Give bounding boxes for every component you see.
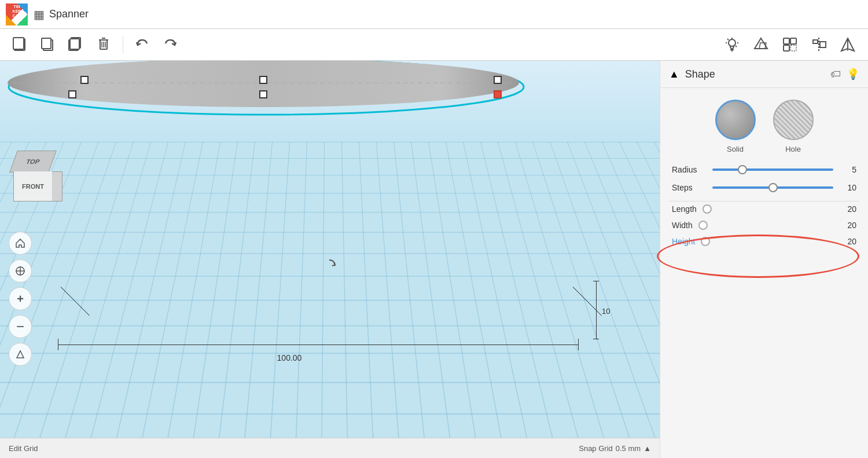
app-title-text: Spanner [49,8,89,20]
svg-rect-27 [813,40,818,43]
panel-spacer [660,255,868,458]
length-label: Length [672,204,697,214]
dim-line-h [58,345,579,345]
cube-front-label: FRONT [22,183,44,190]
svg-rect-28 [820,42,826,47]
snap-grid-value: 0.5 mm [616,444,641,453]
steps-slider[interactable] [712,186,833,189]
app-title: ▦ Spanner [34,8,89,21]
svg-rect-36 [81,76,88,83]
shapes-button[interactable] [749,33,773,56]
view-cube[interactable]: TOP FRONT [9,151,67,223]
duplicate-button[interactable] [64,33,87,56]
edit-grid-label: Edit Grid [9,444,38,453]
dim-label-width: 100.00 [277,353,302,362]
hole-circle[interactable] [773,100,814,140]
panel-header: ▲ Shape 🏷 💡 [660,61,868,88]
steps-row: Steps 10 [672,183,856,192]
grid-icon: ▦ [34,8,45,21]
nav-controls: + − [9,232,32,366]
toolbar-right [720,33,859,56]
home-nav-button[interactable] [9,232,32,255]
cube-side-face[interactable] [52,171,62,201]
hole-option[interactable]: Hole [773,100,814,153]
solid-circle[interactable] [715,100,756,140]
panel-info-icon[interactable]: 💡 [847,68,859,80]
cube-front-face[interactable]: FRONT [13,171,53,201]
redo-button[interactable] [159,33,182,56]
edit-grid-button[interactable]: Edit Grid [9,444,38,453]
canvas-area[interactable]: TOP FRONT [0,61,660,458]
logo-text-cad: CAD [6,14,28,18]
toolbar [0,29,868,61]
dim-label-height: 10 [602,307,610,316]
zoom-in-button[interactable]: + [9,287,32,310]
snap-grid-label: Snap Grid [579,444,613,453]
radius-label: Radius [672,165,707,174]
cube-top-label: TOP [25,158,41,165]
radius-thumb[interactable] [738,165,747,174]
light-button[interactable] [720,33,744,56]
snap-arrow-icon: ▲ [643,444,651,453]
dim-tick-bottom [593,339,599,339]
svg-line-19 [735,46,737,47]
logo-text-ker: KER [6,9,28,13]
bottom-bar: Edit Grid Snap Grid 0.5 mm ▲ [0,438,660,458]
shape-type-row: Solid Hole [660,88,868,162]
svg-rect-24 [784,45,789,51]
svg-rect-22 [784,38,789,44]
radius-slider[interactable] [712,168,833,171]
undo-button[interactable] [131,33,154,56]
view-button[interactable] [778,33,801,56]
solid-label: Solid [727,145,744,153]
svg-rect-1 [13,38,24,49]
shape-3d[interactable] [0,61,532,130]
length-lock[interactable] [703,204,712,214]
mirror-button[interactable] [836,33,859,56]
dim-tick-top [593,281,599,281]
zoom-out-button[interactable]: − [9,315,32,338]
radius-row: Radius 5 [672,165,856,174]
svg-rect-23 [790,38,796,44]
delete-button[interactable] [92,33,115,56]
copy-button[interactable] [36,33,60,56]
svg-rect-37 [260,76,267,83]
steps-thumb[interactable] [768,183,778,192]
rotate-handle[interactable] [321,258,337,277]
width-lock[interactable] [698,221,708,230]
perspective-button[interactable] [9,343,32,366]
svg-rect-3 [42,38,51,49]
panel-title: Shape [685,68,825,80]
radius-value: 5 [839,165,856,174]
width-value: 20 [839,221,856,230]
steps-label: Steps [672,183,707,192]
hole-label: Hole [785,145,801,153]
svg-rect-41 [494,91,501,98]
sliders-section: Radius 5 Steps 10 [660,162,868,201]
header: TIN KER CAD ▦ Spanner [0,0,868,29]
svg-rect-6 [70,39,79,49]
svg-rect-40 [260,91,267,98]
width-label: Width [672,221,693,230]
right-panel: ▲ Shape 🏷 💡 Solid Hole Radius [660,61,868,458]
svg-rect-25 [790,45,796,51]
panel-tag-icon[interactable]: 🏷 [830,68,841,80]
props-section: Length 20 Width 20 Height 20 [660,201,868,255]
logo: TIN KER CAD [6,3,28,25]
new-button[interactable] [9,33,32,56]
snap-grid-toggle[interactable]: ▲ [643,444,651,453]
cube-top-face[interactable]: TOP [9,151,57,173]
svg-point-13 [729,39,735,46]
align-button[interactable] [807,33,830,56]
solid-option[interactable]: Solid [715,100,756,153]
height-label: Height [672,237,695,246]
select-nav-button[interactable] [9,259,32,283]
main-area: TOP FRONT [0,61,868,458]
height-lock[interactable] [701,237,710,246]
panel-collapse-button[interactable]: ▲ [669,68,679,80]
dim-tick-right [578,339,579,350]
logo-text-tin: TIN [6,5,28,9]
svg-line-18 [727,39,729,40]
svg-rect-38 [494,76,501,83]
width-row: Width 20 [672,221,856,230]
